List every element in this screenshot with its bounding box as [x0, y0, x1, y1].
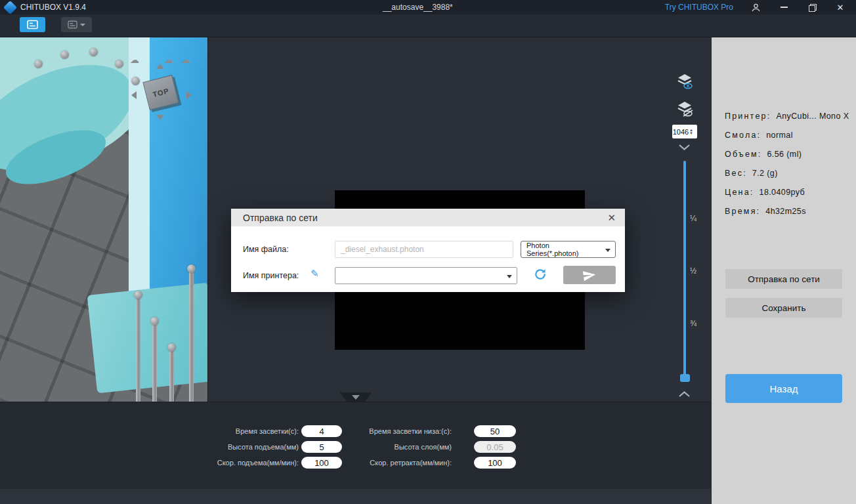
save-locked-icon [68, 20, 77, 29]
cloud-icon: ☁ [164, 54, 173, 65]
support-tip [89, 48, 98, 56]
info-resin: Смола:normal [725, 131, 793, 140]
retract-speed-input[interactable] [474, 457, 516, 469]
support-tip [60, 51, 69, 59]
support-rod [152, 321, 157, 402]
info-printer: Принтер:AnyCubi... Mono X [725, 112, 849, 121]
3d-viewport[interactable]: ☁ ☁ ☁ TOP [0, 37, 208, 402]
orbit-left-arrow[interactable] [131, 91, 137, 99]
printer-tool-icon [27, 20, 38, 30]
view-cube-label: TOP [152, 87, 170, 98]
bottom-exposure-label: Время засветки низа:(с): [343, 427, 452, 435]
exposure-time-input[interactable] [301, 425, 342, 437]
support-tip [115, 60, 123, 68]
support-rod [169, 347, 174, 402]
layer-height-label: Высота слоя(мм) [343, 443, 452, 451]
titlebar: CHITUBOX V1.9.4 __autosave__3988* Try CH… [0, 0, 856, 14]
support-tip [134, 291, 142, 299]
file-type-dropdown[interactable]: Photon Series(*.photon) [521, 241, 616, 258]
dialog-title: Отправка по сети [243, 213, 607, 223]
file-name-input[interactable] [335, 241, 513, 258]
support-tip [167, 343, 176, 352]
slider-quarter-label: ¼ [690, 214, 696, 223]
paper-plane-icon [582, 268, 597, 282]
save-tool-button[interactable] [61, 17, 92, 32]
info-time: Время:4h32m25s [725, 207, 806, 216]
layer-height-input [474, 441, 516, 453]
lift-speed-input[interactable] [301, 457, 342, 469]
toolbar [0, 14, 856, 37]
print-info-panel: Принтер:AnyCubi... Mono X Смола:normal О… [711, 37, 856, 504]
slider-threequarter-label: ¾ [690, 319, 696, 328]
printer-name-label: Имя принтера: [243, 271, 299, 280]
status-strip [0, 489, 711, 504]
user-account-icon[interactable] [751, 3, 761, 12]
layer-slider-track[interactable] [683, 161, 686, 379]
cloud-icon: ☁ [181, 54, 190, 65]
spinner-down-icon[interactable]: ▼ [689, 132, 693, 135]
chevron-down-icon [507, 275, 512, 278]
app-title: CHITUBOX V1.9.4 [20, 3, 86, 12]
document-title: __autosave__3988* [171, 3, 665, 12]
info-weight: Вес:7.2 (g) [725, 169, 778, 178]
lift-speed-label: Скор. подъема(мм/мин): [187, 459, 299, 467]
lift-height-label: Высота подъема(мм) [187, 443, 299, 451]
layer-number-spinner: ▲ ▼ [672, 125, 697, 138]
save-file-button[interactable]: Сохранить [725, 298, 842, 318]
print-settings-panel: Время засветки(с): Высота подъема(мм) Ск… [0, 402, 711, 489]
retract-speed-label: Скор. ретракта(мм/мин): [343, 459, 452, 467]
support-rod [189, 268, 194, 402]
refresh-icon [534, 268, 547, 281]
dialog-send-button[interactable] [563, 266, 616, 284]
chitubox-window: CHITUBOX V1.9.4 __autosave__3988* Try CH… [0, 0, 856, 504]
support-rod [136, 295, 140, 402]
hide-layers-icon[interactable] [676, 100, 693, 119]
info-volume: Объем:6.56 (ml) [725, 150, 802, 159]
orbit-right-arrow[interactable] [186, 91, 192, 99]
exposure-time-label: Время засветки(с): [187, 427, 299, 435]
slider-half-label: ½ [690, 266, 696, 276]
try-pro-link[interactable]: Try CHITUBOX Pro [665, 3, 733, 12]
restore-button[interactable] [807, 2, 817, 12]
show-layers-icon[interactable] [676, 72, 693, 92]
triangle-down-icon [352, 395, 360, 400]
chevron-down-icon [80, 24, 85, 26]
send-to-printer-tool-button[interactable] [20, 17, 45, 32]
chevron-down-icon [605, 249, 610, 252]
chitubox-logo-icon [3, 0, 17, 14]
edit-pencil-icon[interactable]: ✎ [310, 268, 319, 280]
minimize-button[interactable] [779, 2, 789, 12]
bottom-exposure-input[interactable] [474, 425, 516, 437]
layer-step-up-chevron[interactable] [678, 388, 691, 400]
orbit-down-arrow[interactable] [156, 115, 164, 120]
lift-height-input[interactable] [301, 441, 342, 453]
dialog-close-icon[interactable]: ✕ [607, 212, 616, 224]
info-price: Цена:18.0409руб [725, 188, 805, 197]
send-over-network-button[interactable]: Отправка по сети [725, 269, 842, 289]
close-window-button[interactable]: ✕ [835, 2, 845, 12]
support-tip [34, 60, 43, 68]
printer-select-dropdown[interactable] [335, 267, 517, 284]
orbit-up-arrow[interactable] [156, 64, 164, 69]
file-type-value: Photon Series(*.photon) [526, 242, 602, 257]
file-name-label: Имя файла: [243, 245, 289, 254]
dialog-header[interactable]: Отправка по сети ✕ [231, 209, 625, 226]
back-button[interactable]: Назад [725, 374, 842, 403]
support-tip [187, 264, 196, 273]
layer-step-down-chevron[interactable] [678, 142, 691, 154]
support-tip [150, 317, 159, 326]
layer-slider-handle[interactable] [680, 374, 690, 382]
layer-number-input[interactable] [672, 128, 689, 136]
refresh-printers-button[interactable] [532, 267, 548, 283]
send-over-network-dialog: Отправка по сети ✕ Имя файла: Photon Ser… [231, 209, 625, 292]
support-tip [131, 77, 140, 85]
cloud-icon: ☁ [130, 54, 139, 65]
